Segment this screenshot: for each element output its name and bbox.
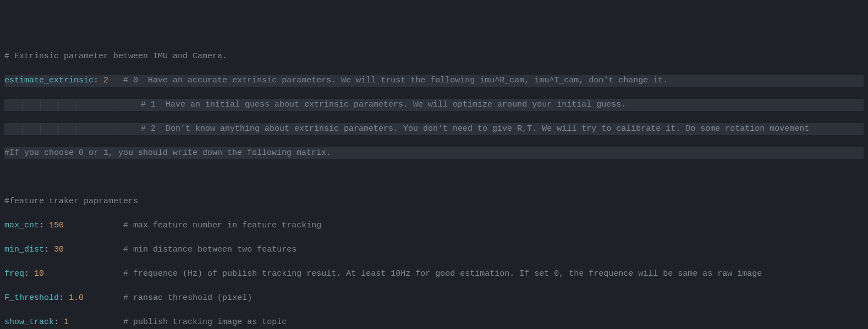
yaml-key: max_cnt (4, 221, 39, 230)
comment-text: #feature traker paprameters (4, 197, 138, 206)
code-line: show_track: 1 # publish tracking image a… (4, 316, 864, 328)
code-line (4, 171, 864, 183)
comment-text: #If you choose 0 or 1, you should write … (4, 148, 331, 158)
comment-text: # frequence (Hz) of publish tracking res… (123, 269, 762, 278)
comment-text: # 2 Don't know anything about extrinsic … (141, 124, 809, 133)
code-line: #If you choose 0 or 1, you should write … (4, 147, 864, 159)
code-line: # Extrinsic parameter between IMU and Ca… (4, 51, 864, 63)
yaml-key: show_track (4, 317, 54, 327)
code-line: min_dist: 30 # min distance between two … (4, 244, 864, 256)
comment-text: # Extrinsic parameter between IMU and Ca… (4, 52, 227, 61)
yaml-key: estimate_extrinsic (4, 76, 94, 85)
comment-text: # ransac threshold (pixel) (123, 293, 252, 303)
yaml-key: min_dist (4, 245, 44, 254)
comment-text: # 0 Have an accurate extrinsic parameter… (123, 76, 668, 85)
code-line: #feature traker paprameters (4, 196, 864, 208)
comment-text: # 1 Have an initial guess about extrinsi… (141, 100, 626, 109)
comment-text: # publish tracking image as topic (123, 317, 287, 327)
yaml-value: 2 (103, 76, 108, 85)
yaml-key: freq (4, 269, 24, 278)
comment-text: # min distance between two features (123, 245, 296, 254)
yaml-value: 30 (54, 245, 64, 254)
code-line: F_threshold: 1.0 # ransac threshold (pix… (4, 292, 864, 304)
yaml-value: 1.0 (69, 293, 84, 303)
yaml-value: 1 (64, 317, 69, 327)
comment-text: # max feature number in feature tracking (123, 221, 321, 230)
code-line: max_cnt: 150 # max feature number in fea… (4, 220, 864, 232)
code-line: freq: 10 # frequence (Hz) of publish tra… (4, 268, 864, 280)
code-line: # 2 Don't know anything about extrinsic … (4, 123, 864, 135)
yaml-value: 10 (34, 269, 44, 278)
yaml-value: 150 (49, 221, 64, 230)
code-line: estimate_extrinsic: 2 # 0 Have an accura… (4, 75, 864, 87)
code-line: # 1 Have an initial guess about extrinsi… (4, 99, 864, 111)
yaml-key: F_threshold (4, 293, 59, 303)
